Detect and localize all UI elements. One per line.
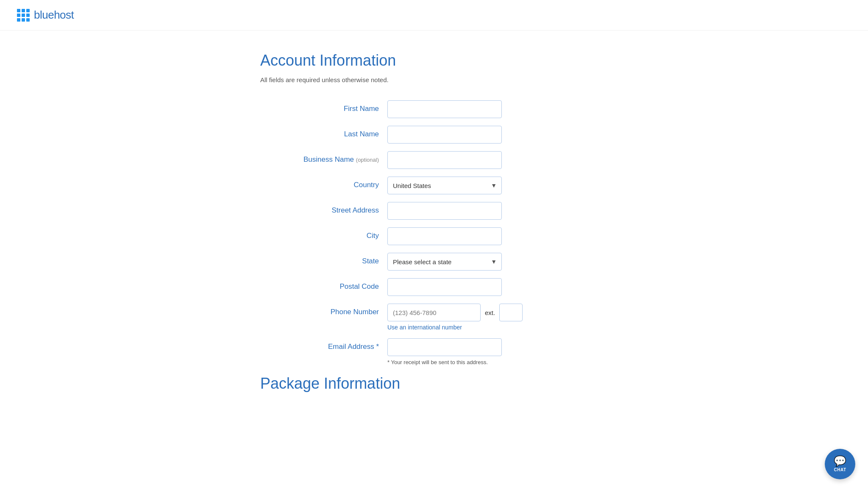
last-name-row: Last Name: [260, 126, 608, 144]
street-address-input[interactable]: [387, 202, 502, 220]
first-name-label: First Name: [260, 100, 387, 113]
country-select-wrapper: United States Canada United Kingdom Aust…: [387, 177, 502, 194]
state-label: State: [260, 253, 387, 265]
first-name-input[interactable]: [387, 100, 502, 118]
state-field: Please select a state Alabama Alaska Ari…: [387, 253, 608, 271]
postal-code-label: Postal Code: [260, 278, 387, 291]
last-name-label: Last Name: [260, 126, 387, 138]
phone-number-label: Phone Number: [260, 304, 387, 316]
state-select[interactable]: Please select a state Alabama Alaska Ari…: [387, 253, 502, 271]
state-select-wrapper: Please select a state Alabama Alaska Ari…: [387, 253, 502, 271]
ext-label: ext.: [485, 309, 495, 316]
city-field: [387, 227, 608, 245]
business-name-input[interactable]: [387, 151, 502, 169]
business-name-label: Business Name (optional): [260, 151, 387, 164]
email-address-note: * Your receipt will be sent to this addr…: [387, 359, 502, 366]
phone-number-input[interactable]: [387, 304, 481, 321]
city-row: City: [260, 227, 608, 245]
city-label: City: [260, 227, 387, 240]
email-address-input[interactable]: [387, 338, 502, 356]
state-row: State Please select a state Alabama Alas…: [260, 253, 608, 271]
first-name-row: First Name: [260, 100, 608, 118]
first-name-field: [387, 100, 608, 118]
phone-number-row: Phone Number ext. Use an international n…: [260, 304, 608, 331]
street-address-row: Street Address: [260, 202, 608, 220]
phone-number-field: ext. Use an international number: [387, 304, 608, 331]
country-row: Country United States Canada United King…: [260, 177, 608, 194]
logo-text: bluehost: [34, 8, 74, 22]
logo-container: bluehost: [17, 8, 74, 22]
account-section-subtitle: All fields are required unless otherwise…: [260, 76, 608, 83]
country-label: Country: [260, 177, 387, 189]
logo-grid-icon: [17, 9, 30, 22]
country-select[interactable]: United States Canada United Kingdom Aust…: [387, 177, 502, 194]
city-input[interactable]: [387, 227, 502, 245]
street-address-field: [387, 202, 608, 220]
postal-code-row: Postal Code: [260, 278, 608, 296]
last-name-input[interactable]: [387, 126, 502, 144]
account-form: First Name Last Name Business Name (opti…: [260, 100, 608, 366]
header: bluehost: [0, 0, 868, 30]
business-name-optional: (optional): [356, 157, 379, 163]
business-name-row: Business Name (optional): [260, 151, 608, 169]
street-address-label: Street Address: [260, 202, 387, 215]
account-section-title: Account Information: [260, 52, 608, 69]
intl-number-link[interactable]: Use an international number: [387, 324, 608, 331]
main-content: Account Information All fields are requi…: [243, 30, 625, 414]
email-address-label: Email Address *: [260, 338, 387, 351]
country-field: United States Canada United Kingdom Aust…: [387, 177, 608, 194]
email-address-field: * Your receipt will be sent to this addr…: [387, 338, 608, 366]
business-name-field: [387, 151, 608, 169]
phone-ext-input[interactable]: [499, 304, 523, 321]
package-section-title: Package Information: [260, 375, 608, 392]
postal-code-input[interactable]: [387, 278, 502, 296]
postal-code-field: [387, 278, 608, 296]
phone-row-inner: ext.: [387, 304, 608, 321]
last-name-field: [387, 126, 608, 144]
email-address-row: Email Address * * Your receipt will be s…: [260, 338, 608, 366]
